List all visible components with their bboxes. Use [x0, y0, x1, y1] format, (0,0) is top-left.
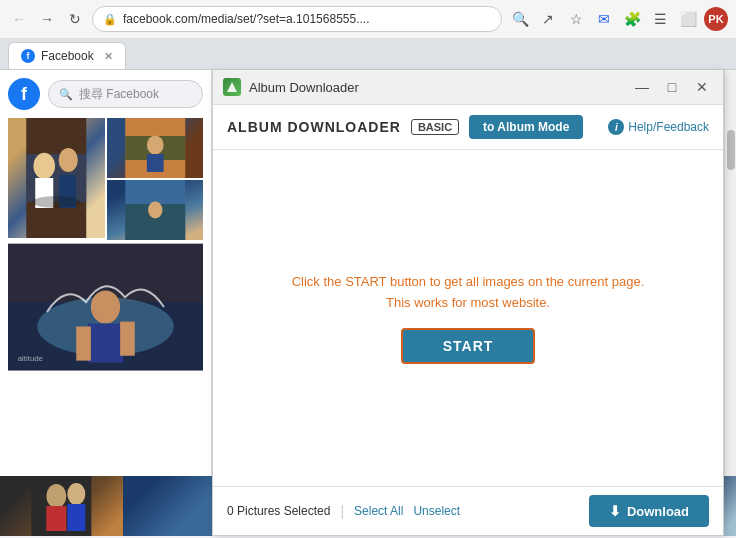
address-text: facebook.com/media/set/?set=a.101568555.…: [123, 12, 491, 26]
minimize-button[interactable]: —: [631, 76, 653, 98]
forward-button[interactable]: →: [36, 8, 58, 30]
svg-rect-24: [46, 506, 66, 531]
help-label: Help/Feedback: [628, 120, 709, 134]
svg-rect-26: [67, 504, 85, 531]
refresh-button[interactable]: ↻: [64, 8, 86, 30]
start-line2: This works for most website.: [292, 293, 645, 314]
vertical-scrollbar[interactable]: [724, 70, 736, 536]
window-icon-btn[interactable]: ⬜: [676, 7, 700, 31]
photo-cell-splash: altitude: [8, 242, 203, 372]
fb-search-box[interactable]: 🔍 搜尋 Facebook: [48, 80, 203, 108]
help-feedback-button[interactable]: i Help/Feedback: [608, 119, 709, 135]
svg-text:altitude: altitude: [18, 354, 43, 363]
fb-search-placeholder: 搜尋 Facebook: [79, 86, 159, 103]
info-icon: i: [608, 119, 624, 135]
popup-titlebar: Album Downloader — □ ✕: [213, 70, 723, 105]
album-mode-button[interactable]: to Album Mode: [469, 115, 583, 139]
page-area: f 🔍 搜尋 Facebook: [0, 70, 736, 536]
share-icon-btn[interactable]: ↗: [536, 7, 560, 31]
popup-header: ALBUM DOWNLOADER BASIC to Album Mode i H…: [213, 105, 723, 150]
svg-marker-27: [227, 82, 237, 92]
toolbar-icons: 🔍 ↗ ☆ ✉ 🧩 ☰ ⬜ PK: [508, 7, 728, 31]
photo-cell-2: [107, 118, 204, 178]
tab-label: Facebook: [41, 49, 94, 63]
tab-favicon: f: [21, 49, 35, 63]
photo-cell-1: [8, 118, 105, 238]
svg-point-17: [91, 290, 120, 323]
list-icon-btn[interactable]: ☰: [648, 7, 672, 31]
scroll-thumb[interactable]: [727, 130, 735, 170]
bottom-photo-1: [0, 476, 123, 536]
puzzle-icon-btn[interactable]: 🧩: [620, 7, 644, 31]
star-icon-btn[interactable]: ☆: [564, 7, 588, 31]
popup-title: Album Downloader: [249, 80, 623, 95]
mail-icon-btn[interactable]: ✉: [592, 7, 616, 31]
extension-popup: Album Downloader — □ ✕ ALBUM DOWNLOADER …: [212, 70, 724, 536]
tab-bar: f Facebook ✕: [0, 38, 736, 69]
browser-chrome: ← → ↻ 🔒 facebook.com/media/set/?set=a.10…: [0, 0, 736, 70]
browser-toolbar: ← → ↻ 🔒 facebook.com/media/set/?set=a.10…: [0, 0, 736, 38]
photo-cell-3: [107, 180, 204, 240]
facebook-logo: f: [8, 78, 40, 110]
download-icon: ⬇: [609, 503, 621, 519]
svg-point-6: [32, 196, 80, 208]
popup-body: Click the START button to get all images…: [213, 150, 723, 486]
svg-rect-18: [88, 324, 123, 363]
footer-divider: |: [340, 503, 344, 519]
svg-point-25: [67, 483, 85, 505]
search-icon-btn[interactable]: 🔍: [508, 7, 532, 31]
download-label: Download: [627, 504, 689, 519]
select-all-button[interactable]: Select All: [354, 504, 403, 518]
app-logo-text: ALBUM DOWNLOADER: [227, 119, 401, 135]
svg-point-2: [33, 153, 55, 179]
svg-rect-20: [120, 322, 135, 356]
start-button[interactable]: START: [401, 328, 536, 364]
close-button[interactable]: ✕: [691, 76, 713, 98]
popup-footer: 0 Pictures Selected | Select All Unselec…: [213, 486, 723, 535]
address-bar[interactable]: 🔒 facebook.com/media/set/?set=a.10156855…: [92, 6, 502, 32]
svg-point-13: [148, 202, 162, 219]
svg-point-3: [59, 148, 78, 172]
popup-app-icon: [223, 78, 241, 96]
svg-rect-19: [76, 327, 91, 361]
tab-close-icon[interactable]: ✕: [104, 50, 113, 63]
start-description: Click the START button to get all images…: [292, 272, 645, 314]
profile-icon-btn[interactable]: PK: [704, 7, 728, 31]
unselect-button[interactable]: Unselect: [413, 504, 460, 518]
download-button[interactable]: ⬇ Download: [589, 495, 709, 527]
active-tab[interactable]: f Facebook ✕: [8, 42, 126, 69]
svg-point-9: [146, 135, 163, 154]
back-button[interactable]: ←: [8, 8, 30, 30]
lock-icon: 🔒: [103, 13, 117, 26]
svg-point-23: [46, 484, 66, 508]
start-line1: Click the START button to get all images…: [292, 272, 645, 293]
pictures-selected-label: 0 Pictures Selected: [227, 504, 330, 518]
photo-grid: altitude: [8, 118, 203, 372]
facebook-sidebar: f 🔍 搜尋 Facebook: [0, 70, 212, 536]
svg-rect-10: [146, 154, 163, 172]
fb-nav-top: f 🔍 搜尋 Facebook: [8, 78, 203, 110]
basic-badge: BASIC: [411, 119, 459, 135]
maximize-button[interactable]: □: [661, 76, 683, 98]
